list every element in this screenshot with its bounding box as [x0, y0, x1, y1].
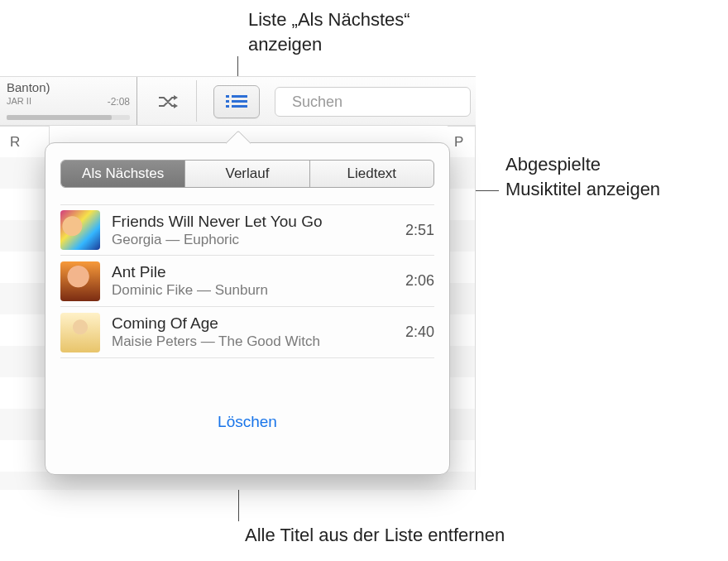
album-art: [60, 210, 100, 250]
list-icon: [224, 93, 249, 111]
album-art: [60, 261, 100, 301]
track-row[interactable]: Ant Pile Dominic Fike — Sunburn 2:06: [60, 256, 434, 307]
segmented-control: Als Nächstes Verlauf Liedtext: [60, 160, 434, 188]
track-title: Coming Of Age: [112, 314, 394, 333]
track-row[interactable]: Coming Of Age Maisie Peters — The Good W…: [60, 307, 434, 358]
progress-track[interactable]: [7, 115, 130, 120]
svg-rect-5: [232, 105, 247, 108]
column-header[interactable]: P: [448, 126, 476, 157]
upnext-popover: Als Nächstes Verlauf Liedtext Friends Wi…: [45, 142, 450, 475]
callout-line: Liste „Als Nächstes“: [248, 7, 410, 32]
remaining-time: -2:08: [108, 96, 130, 108]
track-title: Ant Pile: [112, 263, 394, 281]
callout-line: Abgespielte: [505, 152, 660, 177]
album-art: [60, 313, 100, 352]
callout-line: Musiktitel anzeigen: [505, 177, 660, 202]
column-header[interactable]: R: [0, 126, 50, 157]
tab-history[interactable]: Verlauf: [185, 161, 309, 187]
tab-upnext[interactable]: Als Nächstes: [61, 161, 185, 187]
svg-rect-3: [232, 95, 247, 98]
track-title: Friends Will Never Let You Go: [112, 213, 394, 231]
shuffle-icon: [157, 94, 179, 110]
svg-rect-4: [232, 100, 247, 103]
divider: [196, 80, 197, 122]
shuffle-button[interactable]: [151, 88, 184, 116]
svg-rect-0: [226, 95, 229, 98]
track-duration: 2:51: [405, 222, 434, 239]
search-input[interactable]: [290, 93, 486, 112]
now-playing[interactable]: Banton) JAR II -2:08: [0, 77, 137, 125]
callout-history: Abgespielte Musiktitel anzeigen: [505, 152, 660, 201]
track-list: Friends Will Never Let You Go Georgia — …: [60, 204, 434, 358]
callout-clear: Alle Titel aus der Liste entfernen: [245, 523, 505, 548]
svg-rect-1: [226, 100, 229, 103]
callout-line: Alle Titel aus der Liste entfernen: [245, 523, 505, 548]
track-duration: 2:40: [405, 324, 434, 341]
track-duration: 2:06: [405, 272, 434, 290]
upnext-button[interactable]: [213, 85, 260, 118]
toolbar: Banton) JAR II -2:08: [0, 76, 476, 126]
svg-rect-2: [226, 105, 229, 108]
search-box[interactable]: [275, 87, 471, 117]
track-subtitle: Dominic Fike — Sunburn: [112, 282, 394, 299]
callout-upnext: Liste „Als Nächstes“ anzeigen: [248, 7, 410, 56]
tab-lyrics[interactable]: Liedtext: [310, 161, 433, 187]
callout-line: anzeigen: [248, 32, 410, 57]
track-subtitle: Maisie Peters — The Good Witch: [112, 333, 394, 350]
now-playing-title: Banton): [7, 80, 128, 94]
track-row[interactable]: Friends Will Never Let You Go Georgia — …: [60, 204, 434, 256]
track-subtitle: Georgia — Euphoric: [112, 232, 394, 248]
clear-button[interactable]: Löschen: [46, 413, 449, 431]
